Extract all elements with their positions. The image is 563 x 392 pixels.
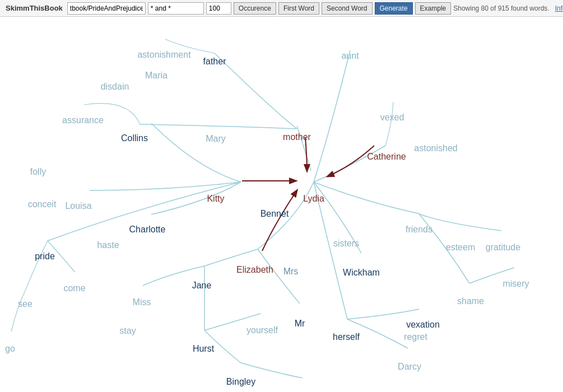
word-node-sisters[interactable]: sisters — [333, 239, 359, 249]
word-map-canvas: auntfatherastonishmentMariadisdainassura… — [0, 17, 563, 392]
word-node-Collins[interactable]: Collins — [121, 133, 148, 143]
word-node-regret[interactable]: regret — [404, 332, 427, 342]
word-node-folly[interactable]: folly — [30, 167, 46, 177]
word-node-Maria[interactable]: Maria — [145, 71, 167, 81]
word-node-haste[interactable]: haste — [97, 240, 119, 250]
word-node-Mr[interactable]: Mr — [295, 319, 305, 329]
word-node-assurance[interactable]: assurance — [62, 115, 104, 125]
word-node-gratitude[interactable]: gratitude — [486, 242, 520, 253]
word-node-Bingley[interactable]: Bingley — [226, 377, 255, 387]
status-text: Showing 80 of 915 found words. — [453, 4, 549, 12]
word-node-mother[interactable]: mother — [283, 132, 311, 142]
query-input[interactable] — [148, 2, 204, 15]
word-node-pride[interactable]: pride — [35, 251, 55, 262]
word-node-Elizabeth[interactable]: Elizabeth — [236, 265, 273, 275]
word-node-misery[interactable]: misery — [502, 279, 529, 289]
first-word-button[interactable]: First Word — [278, 2, 319, 15]
word-node-aunt[interactable]: aunt — [341, 51, 359, 61]
word-node-yourself[interactable]: yourself — [246, 325, 278, 335]
word-node-conceit[interactable]: conceit — [28, 199, 57, 209]
info-link[interactable]: Info — [555, 4, 563, 12]
word-node-astonishment[interactable]: astonishment — [137, 50, 190, 60]
word-node-astonished[interactable]: astonished — [414, 143, 457, 153]
word-node-Mrs[interactable]: Mrs — [283, 267, 299, 277]
word-node-friends[interactable]: friends — [406, 225, 432, 235]
word-node-see[interactable]: see — [18, 299, 32, 309]
word-node-Bennet[interactable]: Bennet — [260, 209, 289, 219]
word-node-Jane[interactable]: Jane — [192, 281, 212, 291]
word-node-Wickham[interactable]: Wickham — [343, 268, 380, 278]
word-node-go[interactable]: go — [5, 344, 15, 354]
word-node-Charlotte[interactable]: Charlotte — [129, 225, 166, 235]
word-node-Kitty[interactable]: Kitty — [207, 194, 224, 204]
word-node-stay[interactable]: stay — [119, 326, 136, 336]
word-node-father[interactable]: father — [203, 57, 226, 67]
word-node-come[interactable]: come — [63, 283, 85, 293]
num-input[interactable] — [206, 2, 231, 15]
word-node-shame[interactable]: shame — [457, 296, 484, 306]
example-button[interactable]: Example — [415, 2, 452, 15]
generate-button[interactable]: Generate — [375, 2, 413, 15]
word-node-Catherine[interactable]: Catherine — [367, 152, 406, 162]
word-node-esteem[interactable]: esteem — [446, 242, 475, 253]
word-node-Darcy[interactable]: Darcy — [398, 362, 421, 372]
word-node-Miss[interactable]: Miss — [133, 297, 151, 307]
word-node-Lydia[interactable]: Lydia — [303, 194, 324, 204]
word-node-vexation[interactable]: vexation — [406, 320, 440, 330]
second-word-button[interactable]: Second Word — [322, 2, 373, 15]
word-node-herself[interactable]: herself — [333, 332, 360, 342]
word-node-Mary[interactable]: Mary — [206, 134, 226, 144]
file-input[interactable] — [67, 2, 146, 15]
app-title: SkimmThisBook — [3, 4, 65, 12]
word-node-Hurst[interactable]: Hurst — [193, 344, 214, 354]
word-node-disdain[interactable]: disdain — [101, 82, 129, 92]
word-node-Louisa[interactable]: Louisa — [65, 201, 91, 211]
occurrence-button[interactable]: Occurence — [234, 2, 276, 15]
toolbar: SkimmThisBook Occurence First Word Secon… — [0, 0, 563, 17]
word-node-vexed[interactable]: vexed — [380, 113, 404, 123]
